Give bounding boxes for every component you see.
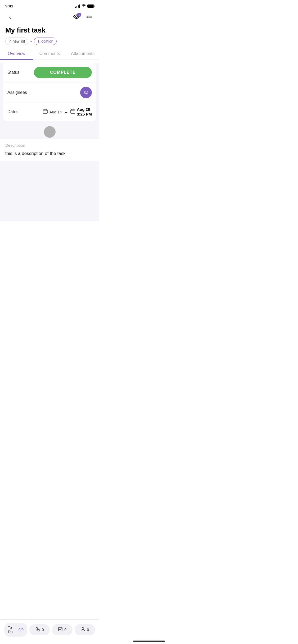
assignee-avatar[interactable]: SJ <box>80 87 92 98</box>
location-tag[interactable]: 1 location <box>34 38 57 45</box>
start-date[interactable]: Aug 14 <box>43 109 62 115</box>
tab-attachments[interactable]: Attachments <box>66 48 99 59</box>
battery-icon <box>87 4 94 8</box>
dates-row: Dates Aug 14 – <box>3 103 96 121</box>
nav-actions: 1 ••• <box>73 12 94 22</box>
watch-button[interactable]: 1 <box>73 14 80 21</box>
drag-handle[interactable] <box>44 126 56 138</box>
dates-value: Aug 14 – Aug 28 <box>34 107 92 117</box>
meta-separator <box>30 41 32 42</box>
drag-handle-area <box>0 124 99 139</box>
svg-rect-1 <box>43 110 47 113</box>
status-complete-button[interactable]: COMPLETE <box>34 67 92 78</box>
content-area: Status COMPLETE Assignees SJ Dates <box>0 63 99 221</box>
task-title: My first task <box>5 26 94 34</box>
status-label: Status <box>7 70 34 75</box>
signal-bars-icon <box>75 4 80 8</box>
start-calendar-icon <box>43 109 48 115</box>
back-arrow-icon: ‹ <box>9 14 11 20</box>
more-options-button[interactable]: ••• <box>84 12 94 22</box>
status-bar: 9:41 <box>0 0 99 10</box>
assignees-value: SJ <box>34 87 92 98</box>
start-date-text: Aug 14 <box>49 110 62 114</box>
watch-badge: 1 <box>77 13 81 17</box>
wifi-icon <box>82 4 86 8</box>
list-tag[interactable]: in new list <box>5 38 28 45</box>
end-date-text: Aug 28 3:25 PM <box>77 107 92 117</box>
dates-content: Aug 14 – Aug 28 <box>43 107 92 117</box>
back-button[interactable]: ‹ <box>5 12 15 22</box>
end-calendar-icon <box>70 109 75 115</box>
tab-overview[interactable]: Overview <box>0 48 33 59</box>
detail-card: Status COMPLETE Assignees SJ Dates <box>3 63 96 121</box>
status-row: Status COMPLETE <box>3 63 96 82</box>
nav-bar: ‹ 1 ••• <box>0 10 99 25</box>
status-time: 9:41 <box>5 4 13 8</box>
description-section: Description this is a description of the… <box>0 139 99 161</box>
task-meta: in new list 1 location <box>5 38 94 45</box>
assignees-label: Assignees <box>7 90 34 95</box>
status-value: COMPLETE <box>34 67 92 78</box>
dates-label: Dates <box>7 109 34 114</box>
tabs-container: Overview Comments Attachments <box>0 48 99 59</box>
assignees-row: Assignees SJ <box>3 82 96 103</box>
task-title-area: My first task in new list 1 location <box>0 25 99 48</box>
end-date[interactable]: Aug 28 3:25 PM <box>70 107 92 117</box>
status-icons <box>75 4 94 8</box>
svg-rect-5 <box>71 110 75 113</box>
description-text[interactable]: this is a description of the task <box>5 150 94 157</box>
date-separator: – <box>65 110 67 114</box>
tab-comments[interactable]: Comments <box>33 48 66 59</box>
description-label: Description <box>5 143 94 148</box>
